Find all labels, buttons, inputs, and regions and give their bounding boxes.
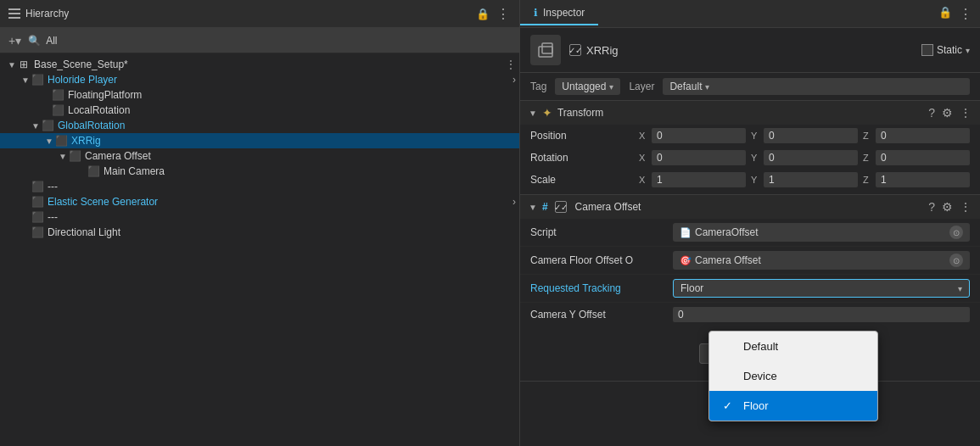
camera-offset-expand-arrow[interactable]: ▼: [529, 203, 537, 212]
tree-item-elastic-scene[interactable]: ⬛ Elastic Scene Generator ›: [0, 194, 519, 209]
search-icon: 🔍: [28, 35, 41, 47]
transform-icon: ✦: [542, 106, 552, 120]
tree-item-holoride-player[interactable]: ▼ ⬛ Holoride Player ›: [0, 72, 519, 87]
position-y-input[interactable]: [764, 128, 858, 143]
cube-icon: ⬛: [31, 210, 44, 224]
tree-item-main-camera[interactable]: ⬛ Main Camera: [0, 164, 519, 179]
tag-layer-row: Tag Untagged ▾ Layer Default ▾: [520, 73, 980, 101]
dropdown-option-default[interactable]: Default: [709, 332, 877, 361]
rotation-row: Rotation X Y Z: [520, 147, 980, 169]
hierarchy-search-bar: +▾ 🔍: [0, 28, 519, 53]
camera-offset-controls: ? ⚙ ⋮: [928, 200, 972, 214]
floor-offset-target-btn[interactable]: ⊙: [949, 254, 963, 267]
x-axis-label: X: [639, 153, 649, 163]
tree-item-floating-platform[interactable]: ⬛ FloatingPlatform: [0, 87, 519, 103]
tree-item-directional-light[interactable]: ⬛ Directional Light: [0, 225, 519, 240]
cube-icon: ⬛: [31, 73, 44, 86]
floor-offset-icon: 🎯: [680, 255, 692, 266]
add-button[interactable]: +▾: [7, 32, 23, 49]
script-label: Script: [530, 226, 666, 238]
scale-z-input[interactable]: [876, 172, 970, 187]
position-x-input[interactable]: [652, 128, 746, 143]
cube-icon: ⬛: [87, 164, 100, 178]
requested-tracking-dropdown[interactable]: Floor ▾: [673, 279, 970, 298]
tree-item-base-scene[interactable]: ▼ ⊞ Base_Scene_Setup* ⋮: [0, 57, 519, 72]
tree-item-label: XRRig: [71, 135, 101, 147]
tree-item-local-rotation[interactable]: ⬛ LocalRotation: [0, 103, 519, 118]
static-dropdown-arrow[interactable]: ▾: [966, 46, 970, 55]
tree-item-label: Holoride Player: [48, 74, 117, 86]
scale-y-input[interactable]: [764, 172, 858, 187]
scene-options-icon[interactable]: ⋮: [506, 59, 519, 70]
cube-icon: ⬛: [51, 103, 64, 117]
more-options-icon[interactable]: ⋮: [960, 106, 972, 120]
more-options-icon[interactable]: ⋮: [959, 6, 973, 22]
object-icon: [530, 35, 561, 65]
lock-icon[interactable]: 🔒: [938, 6, 952, 22]
position-z-input[interactable]: [876, 128, 970, 143]
y-axis-label: Y: [751, 131, 761, 141]
scroll-indicator: ›: [512, 74, 519, 86]
hierarchy-menu-icon[interactable]: [8, 8, 20, 19]
static-checkbox[interactable]: [921, 44, 933, 56]
camera-y-offset-row: Camera Y Offset: [520, 303, 980, 326]
settings-icon[interactable]: ⚙: [942, 106, 953, 120]
search-input[interactable]: [46, 35, 512, 47]
hierarchy-title: Hierarchy: [25, 8, 69, 20]
floor-offset-value: Camera Offset: [695, 254, 761, 266]
cube-icon: ⬛: [31, 180, 44, 193]
tree-item-label: FloatingPlatform: [68, 89, 142, 101]
cube-icon: ⬛: [68, 149, 81, 163]
z-axis-label: Z: [863, 131, 873, 141]
tag-dropdown-arrow: ▾: [609, 82, 613, 92]
layer-dropdown-arrow: ▾: [705, 82, 709, 92]
more-options-icon[interactable]: ⋮: [960, 200, 972, 214]
inspector-tab[interactable]: ℹ Inspector: [520, 2, 598, 25]
script-target-btn[interactable]: ⊙: [949, 226, 963, 239]
lock-icon[interactable]: 🔒: [476, 8, 490, 20]
camera-offset-header: ▼ # ✓ Camera Offset ? ⚙ ⋮: [520, 195, 980, 219]
tree-item-label: ---: [48, 181, 58, 192]
cube-icon: ⬛: [51, 88, 64, 102]
tree-item-label: ---: [48, 211, 58, 223]
help-icon[interactable]: ?: [928, 200, 935, 214]
rotation-y-input[interactable]: [764, 150, 858, 165]
scale-x-input[interactable]: [652, 172, 746, 187]
svg-rect-0: [539, 47, 552, 57]
position-x-field: X: [639, 128, 746, 143]
script-value: CameraOffset: [695, 226, 758, 238]
settings-icon[interactable]: ⚙: [942, 200, 953, 214]
inspector-tab-bar: ℹ Inspector 🔒 ⋮: [520, 0, 980, 28]
arrow-icon: ▼: [20, 75, 31, 85]
help-icon[interactable]: ?: [928, 106, 935, 120]
floor-offset-label: Camera Floor Offset O: [530, 254, 666, 266]
tag-dropdown[interactable]: Untagged ▾: [555, 78, 620, 95]
tree-item-label: Main Camera: [104, 165, 165, 177]
camera-y-offset-input[interactable]: [673, 307, 970, 322]
tree-item-camera-offset[interactable]: ▼ ⬛ Camera Offset: [0, 148, 519, 164]
dropdown-option-device[interactable]: Device: [709, 361, 877, 391]
object-name: XRRig: [586, 44, 619, 57]
floor-offset-value-field: 🎯 Camera Offset ⊙: [673, 251, 970, 270]
requested-tracking-label: Requested Tracking: [530, 282, 666, 294]
scale-fields: X Y Z: [639, 172, 970, 187]
transform-controls: ? ⚙ ⋮: [928, 106, 972, 120]
script-icon: 📄: [680, 227, 692, 238]
dropdown-option-floor[interactable]: ✓ Floor: [709, 391, 877, 421]
layer-dropdown[interactable]: Default ▾: [663, 78, 970, 95]
tree-item-xrrig[interactable]: ▼ ⬛ XRRig: [0, 133, 519, 148]
more-options-icon[interactable]: ⋮: [496, 6, 511, 22]
position-y-field: Y: [751, 128, 858, 143]
object-enabled-checkbox[interactable]: ✓: [569, 44, 581, 56]
tree-item-global-rotation[interactable]: ▼ ⬛ GlobalRotation: [0, 118, 519, 133]
camera-offset-enabled-checkbox[interactable]: ✓: [555, 201, 567, 213]
tree-item-label: Base_Scene_Setup*: [34, 59, 128, 70]
rotation-z-input[interactable]: [876, 150, 970, 165]
y-axis-label: Y: [751, 175, 761, 185]
arrow-icon: ▼: [31, 121, 41, 131]
transform-expand-arrow[interactable]: ▼: [529, 109, 537, 118]
tag-value: Untagged: [562, 81, 606, 92]
cube-icon: ⬛: [31, 226, 44, 239]
z-axis-label: Z: [863, 153, 873, 163]
rotation-x-input[interactable]: [652, 150, 746, 165]
